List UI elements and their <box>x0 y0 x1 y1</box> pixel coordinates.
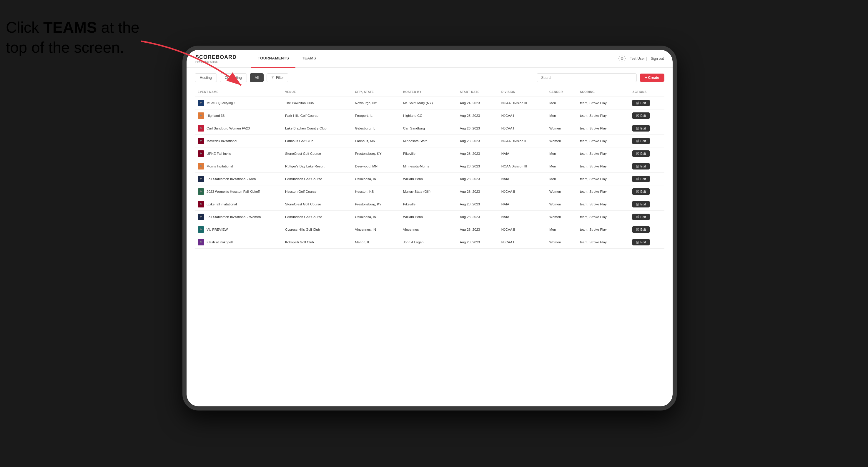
cell-scoring: team, Stroke Play <box>577 223 629 236</box>
search-input[interactable] <box>537 73 637 82</box>
cell-scoring: team, Stroke Play <box>577 236 629 249</box>
team-logo: ⚑ <box>198 214 204 220</box>
edit-icon <box>636 190 639 193</box>
cell-scoring: team, Stroke Play <box>577 135 629 148</box>
edit-icon <box>636 101 639 104</box>
cell-division: NAIA <box>498 211 547 223</box>
col-header-actions: ACTIONS <box>629 87 664 97</box>
cell-venue: Cypress Hills Golf Club <box>282 223 352 236</box>
cell-actions: Edit <box>629 160 664 173</box>
cell-hosted-by: Murray State (OK) <box>400 185 457 198</box>
team-logo: ⚑ <box>198 239 204 245</box>
cell-city: Newburgh, NY <box>352 97 400 110</box>
table-row: ⚑ Morris Invitational Ruttger's Bay Lake… <box>195 160 664 173</box>
cell-division: NAIA <box>498 148 547 160</box>
table-row: ⚑ Maverick Invitational Faribault Golf C… <box>195 135 664 148</box>
edit-button-1[interactable]: Edit <box>632 113 650 119</box>
cell-city: Oskaloosa, IA <box>352 211 400 223</box>
event-name-text: upike fall invitational <box>207 203 237 206</box>
team-logo: ⚑ <box>198 188 204 195</box>
cell-city: Hesston, KS <box>352 185 400 198</box>
cell-division: NJCAA I <box>498 236 547 249</box>
tab-tournaments[interactable]: TOURNAMENTS <box>251 50 296 68</box>
col-header-venue: VENUE <box>282 87 352 97</box>
tab-teams[interactable]: TEAMS <box>296 50 322 68</box>
event-name-text: Klash at Kokopelli <box>207 241 233 244</box>
filter-button[interactable]: Filter <box>267 73 288 82</box>
col-header-date: START DATE <box>457 87 498 97</box>
cell-scoring: team, Stroke Play <box>577 110 629 122</box>
cell-actions: Edit <box>629 236 664 249</box>
cell-hosted-by: Highland CC <box>400 110 457 122</box>
cell-scoring: team, Stroke Play <box>577 148 629 160</box>
col-header-division: DIVISION <box>498 87 547 97</box>
cell-hosted-by: Minnesota State <box>400 135 457 148</box>
edit-icon <box>636 215 639 218</box>
edit-icon <box>636 139 639 143</box>
team-logo: ⚑ <box>198 201 204 208</box>
team-logo: ⚑ <box>198 125 204 131</box>
edit-button-6[interactable]: Edit <box>632 176 650 182</box>
settings-icon[interactable] <box>618 55 626 62</box>
event-name-text: Fall Statesmen Invitational - Women <box>207 215 261 219</box>
edit-button-3[interactable]: Edit <box>632 138 650 144</box>
cell-venue: Edmundson Golf Course <box>282 173 352 185</box>
table-row: ⚑ MSMC Qualifying 1 The Powelton Club Ne… <box>195 97 664 110</box>
cell-actions: Edit <box>629 198 664 211</box>
cell-venue: Edmundson Golf Course <box>282 211 352 223</box>
cell-actions: Edit <box>629 173 664 185</box>
event-name-text: Highland 36 <box>207 114 224 117</box>
cell-start-date: Aug 24, 2023 <box>457 97 498 110</box>
filter-icon <box>271 76 275 80</box>
event-name-text: Morris Invitational <box>207 164 233 168</box>
sign-out-link[interactable]: Sign out <box>651 57 664 61</box>
cell-division: NCAA Division III <box>498 97 547 110</box>
cell-event-name: ⚑ Highland 36 <box>195 110 282 122</box>
team-logo: ⚑ <box>198 176 204 182</box>
edit-icon <box>636 241 639 244</box>
cell-event-name: ⚑ upike fall invitational <box>195 198 282 211</box>
edit-button-10[interactable]: Edit <box>632 226 650 233</box>
cell-start-date: Aug 28, 2023 <box>457 173 498 185</box>
edit-button-0[interactable]: Edit <box>632 100 650 106</box>
cell-hosted-by: Pikeville <box>400 148 457 160</box>
table-row: ⚑ 2023 Women's Hesston Fall Kickoff Hess… <box>195 185 664 198</box>
cell-venue: Lake Bracken Country Club <box>282 122 352 135</box>
cell-gender: Men <box>547 110 577 122</box>
edit-icon <box>636 228 639 231</box>
main-content: Hosting Competing All Filter + Create <box>187 68 673 406</box>
instruction-text: Click TEAMS at thetop of the screen. <box>6 18 140 57</box>
cell-scoring: team, Stroke Play <box>577 97 629 110</box>
team-logo: ⚑ <box>198 163 204 169</box>
edit-button-5[interactable]: Edit <box>632 163 650 169</box>
cell-actions: Edit <box>629 110 664 122</box>
edit-button-9[interactable]: Edit <box>632 214 650 220</box>
edit-button-7[interactable]: Edit <box>632 188 650 195</box>
edit-icon <box>636 203 639 206</box>
cell-scoring: team, Stroke Play <box>577 198 629 211</box>
cell-venue: Hesston Golf Course <box>282 185 352 198</box>
event-name-text: UPKE Fall Invite <box>207 152 231 155</box>
edit-button-11[interactable]: Edit <box>632 239 650 245</box>
edit-button-4[interactable]: Edit <box>632 150 650 157</box>
cell-start-date: Aug 28, 2023 <box>457 185 498 198</box>
cell-hosted-by: William Penn <box>400 173 457 185</box>
cell-event-name: ⚑ VU PREVIEW <box>195 223 282 236</box>
cell-division: NJCAA II <box>498 185 547 198</box>
edit-button-8[interactable]: Edit <box>632 201 650 208</box>
cell-hosted-by: Pikeville <box>400 198 457 211</box>
edit-icon <box>636 114 639 117</box>
col-header-hosted: HOSTED BY <box>400 87 457 97</box>
instruction-arrow <box>135 35 253 94</box>
edit-button-2[interactable]: Edit <box>632 125 650 131</box>
cell-start-date: Aug 28, 2023 <box>457 236 498 249</box>
create-button[interactable]: + Create <box>640 73 664 82</box>
edit-icon <box>636 165 639 168</box>
team-logo: ⚑ <box>198 138 204 144</box>
cell-division: NJCAA II <box>498 223 547 236</box>
cell-start-date: Aug 28, 2023 <box>457 211 498 223</box>
edit-icon <box>636 127 639 130</box>
cell-venue: Ruttger's Bay Lake Resort <box>282 160 352 173</box>
navbar: SCOREBOARD Powered by Clippit TOURNAMENT… <box>187 50 673 68</box>
cell-city: Vincennes, IN <box>352 223 400 236</box>
